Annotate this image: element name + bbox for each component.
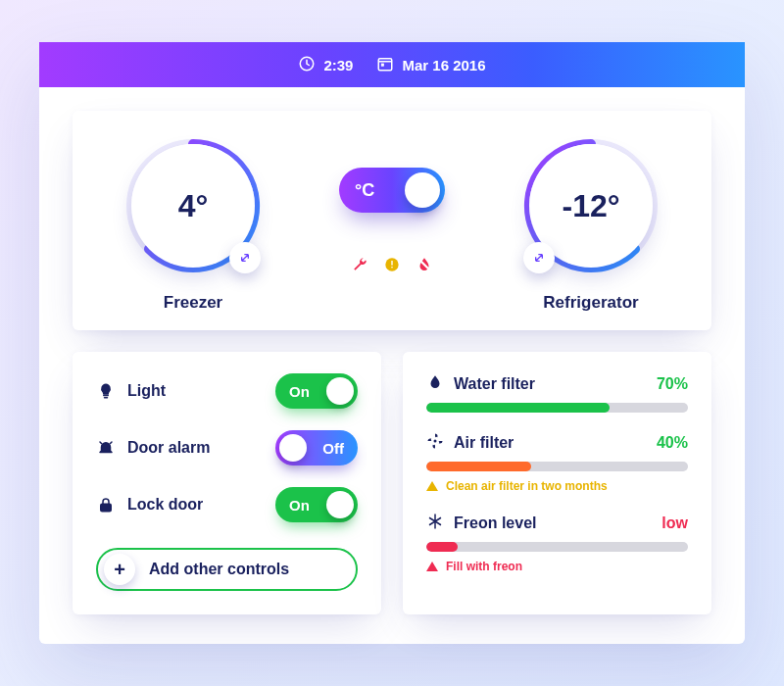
fridge-adjust-knob[interactable]: [523, 242, 555, 273]
svg-rect-6: [391, 267, 392, 268]
status-bar-fill: [426, 403, 610, 413]
status-bar-fill: [426, 542, 458, 552]
snow-icon: [426, 513, 444, 534]
header-date: Mar 16 2016: [376, 55, 485, 75]
unit-toggle-thumb: [405, 172, 440, 208]
wrench-icon[interactable]: [351, 256, 368, 277]
warning-icon[interactable]: [384, 257, 400, 276]
toggle-light[interactable]: On: [275, 373, 358, 409]
drop-icon: [426, 373, 444, 395]
refrigerator-dial[interactable]: -12°: [517, 132, 664, 279]
toggle-thumb: [279, 434, 307, 462]
freezer-label: Freezer: [164, 293, 222, 313]
status-note: Clean air filter in two months: [426, 479, 688, 493]
svg-rect-5: [391, 261, 392, 266]
status-air-filter: Air filter 40% Clean air filter in two m…: [426, 432, 688, 493]
status-label: Freon level: [454, 514, 536, 532]
svg-rect-2: [382, 64, 384, 66]
water-off-icon[interactable]: [416, 256, 433, 277]
fridge-label: Refrigerator: [543, 293, 638, 313]
toggle-door-alarm[interactable]: Off: [275, 430, 358, 466]
freezer-adjust-knob[interactable]: [229, 242, 261, 273]
status-water-filter: Water filter 70%: [426, 373, 688, 413]
control-label: Lock door: [127, 496, 203, 514]
control-label: Light: [127, 382, 166, 400]
status-panel: Water filter 70% Air filter 40%: [403, 352, 711, 614]
alert-triangle-icon: [426, 481, 438, 491]
temperature-card: 4° Freezer °C: [73, 111, 711, 330]
toggle-thumb: [326, 491, 354, 518]
svg-rect-1: [379, 58, 393, 70]
alert-triangle-icon: [426, 562, 438, 571]
freezer-temp-value: 4°: [178, 188, 209, 224]
status-value: low: [662, 514, 688, 532]
status-bar: [426, 542, 688, 552]
lock-icon: [96, 495, 116, 514]
status-bar-fill: [426, 462, 531, 471]
control-row-light: Light On: [96, 373, 358, 409]
add-controls-label: Add other controls: [149, 561, 289, 578]
fan-icon: [426, 432, 444, 454]
status-bar: [426, 462, 688, 471]
date-value: Mar 16 2016: [402, 57, 485, 74]
refrigerator-gauge: -12° Refrigerator: [498, 132, 684, 313]
toggle-state-label: On: [289, 383, 310, 400]
control-row-door-alarm: Door alarm Off: [96, 430, 358, 466]
appliance-dashboard: 2:39 Mar 16 2016 4°: [39, 42, 745, 644]
expand-arrows-icon: [531, 250, 547, 266]
toggle-state-label: Off: [322, 440, 344, 457]
calendar-icon: [376, 55, 394, 75]
svg-point-9: [434, 440, 437, 443]
bell-alarm-icon: [96, 438, 116, 458]
lightbulb-icon: [96, 381, 116, 401]
header-bar: 2:39 Mar 16 2016: [39, 42, 745, 87]
controls-panel: Light On Door alarm Off Lock door On: [73, 352, 381, 614]
status-label: Water filter: [454, 375, 535, 393]
toggle-state-label: On: [289, 497, 310, 514]
status-note-text: Clean air filter in two months: [446, 479, 608, 493]
time-value: 2:39: [323, 57, 353, 74]
control-row-lock-door: Lock door On: [96, 487, 358, 522]
freezer-dial[interactable]: 4°: [120, 132, 267, 279]
expand-arrows-icon: [237, 250, 253, 266]
status-freon-level: Freon level low Fill with freon: [426, 513, 688, 573]
status-note: Fill with freon: [426, 560, 688, 573]
status-icon-row: [351, 256, 433, 277]
clock-icon: [298, 55, 316, 75]
toggle-lock-door[interactable]: On: [275, 487, 358, 522]
header-time: 2:39: [298, 55, 353, 75]
add-controls-button[interactable]: + Add other controls: [96, 548, 358, 591]
unit-label: °C: [355, 180, 374, 201]
status-value: 70%: [657, 375, 688, 393]
status-label: Air filter: [454, 434, 514, 452]
control-label: Door alarm: [127, 439, 210, 457]
svg-rect-8: [101, 504, 112, 512]
freezer-gauge: 4° Freezer: [100, 132, 286, 313]
fridge-temp-value: -12°: [562, 188, 619, 224]
status-value: 40%: [657, 434, 688, 452]
status-note-text: Fill with freon: [446, 560, 522, 573]
unit-toggle[interactable]: °C: [339, 168, 445, 213]
toggle-thumb: [326, 377, 354, 405]
status-bar: [426, 403, 688, 413]
plus-icon: +: [104, 554, 135, 585]
